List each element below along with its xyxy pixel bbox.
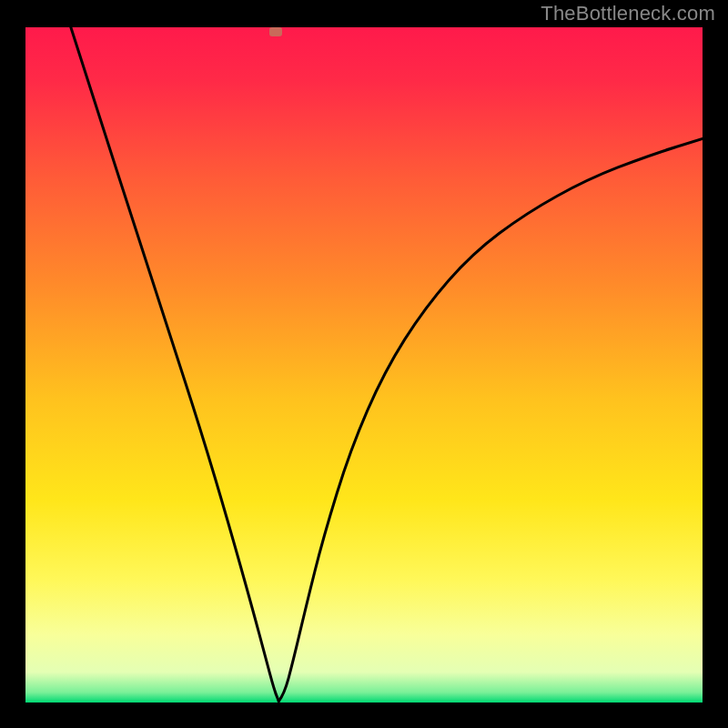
watermark-text: TheBottleneck.com xyxy=(541,2,715,25)
chart-container: TheBottleneck.com xyxy=(0,0,728,728)
bottleneck-curve xyxy=(25,27,703,703)
plot-frame xyxy=(25,27,703,703)
